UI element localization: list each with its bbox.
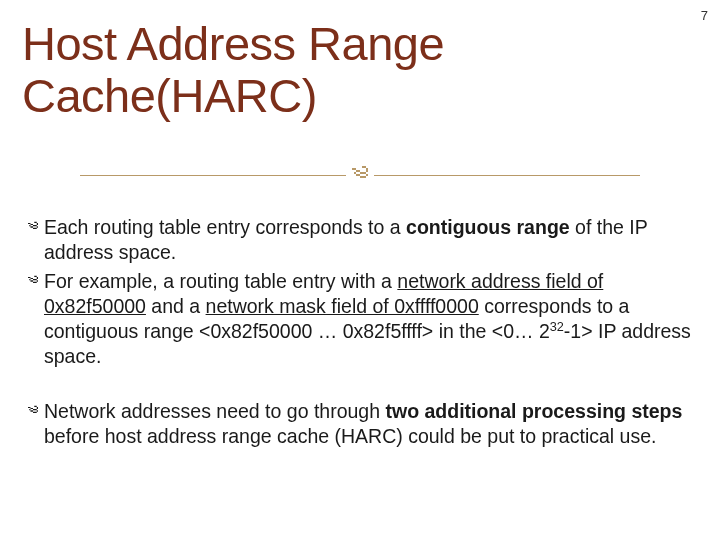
slide-content: ༄ Each routing table entry corresponds t… bbox=[0, 215, 720, 449]
text-segment: before host address range cache (HARC) c… bbox=[44, 425, 656, 447]
text-bold: two additional processing steps bbox=[385, 400, 682, 422]
text-segment: and a bbox=[146, 295, 206, 317]
divider-line-left bbox=[80, 175, 346, 177]
bullet-item: ༄ Each routing table entry corresponds t… bbox=[28, 215, 692, 265]
bullet-text: Each routing table entry corresponds to … bbox=[44, 215, 692, 265]
bullet-item: ༄ Network addresses need to go through t… bbox=[28, 399, 692, 449]
text-superscript: 32 bbox=[550, 320, 564, 334]
flourish-icon: ༄ bbox=[28, 399, 38, 449]
text-segment: For example, a routing table entry with … bbox=[44, 270, 397, 292]
flourish-icon: ༄ bbox=[352, 159, 368, 191]
bullet-text: For example, a routing table entry with … bbox=[44, 269, 692, 369]
flourish-icon: ༄ bbox=[28, 215, 38, 265]
bullet-item: ༄ For example, a routing table entry wit… bbox=[28, 269, 692, 369]
page-number: 7 bbox=[701, 8, 708, 23]
text-underline: network mask field of 0xffff0000 bbox=[206, 295, 479, 317]
text-segment: Each routing table entry corresponds to … bbox=[44, 216, 406, 238]
text-segment: Network addresses need to go through bbox=[44, 400, 385, 422]
divider-line-right bbox=[374, 175, 640, 177]
divider: ༄ bbox=[0, 129, 720, 215]
flourish-icon: ༄ bbox=[28, 269, 38, 369]
slide-title: Host Address Range Cache(HARC) bbox=[0, 0, 720, 129]
text-bold: contiguous range bbox=[406, 216, 570, 238]
bullet-text: Network addresses need to go through two… bbox=[44, 399, 692, 449]
